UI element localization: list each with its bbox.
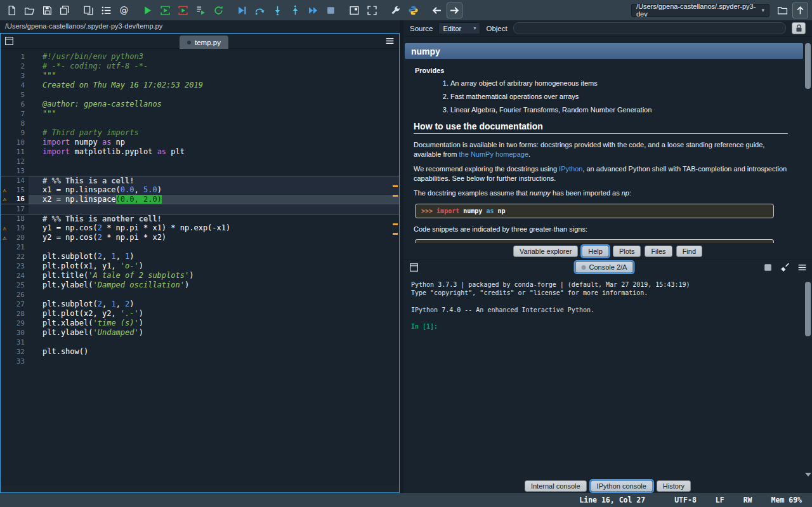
line-number: 19 (16, 224, 25, 232)
code-line-33[interactable]: 33 (1, 357, 399, 366)
interrupt-kernel-icon[interactable] (762, 262, 773, 273)
new-file-icon[interactable] (4, 3, 20, 18)
code-line-15[interactable]: ⚠15x1 = np.linspace(0.0, 5.0) (1, 185, 399, 195)
code-line-10[interactable]: 10import numpy as np (1, 138, 399, 147)
console-options-icon[interactable] (796, 262, 808, 273)
stop-debug-icon[interactable] (323, 3, 339, 18)
console-tab-ipython-console[interactable]: IPython console (591, 480, 653, 492)
tab-temp-py[interactable]: temp.py (180, 36, 228, 49)
step-into-icon[interactable] (270, 3, 285, 18)
code-line-19[interactable]: ⚠19y1 = np.cos(2 * np.pi * x1) * np.exp(… (1, 223, 399, 233)
line-number: 2 (20, 62, 25, 70)
browse-directory-icon[interactable] (775, 3, 790, 18)
code-line-17[interactable]: 17 (1, 204, 399, 214)
editor-horizontal-scrollbar[interactable] (1, 486, 399, 492)
continue-icon[interactable] (305, 3, 321, 18)
code-editor[interactable]: 1#!/usr/bin/env python32# -*- coding: ut… (1, 49, 399, 486)
line-gutter: 30 (1, 328, 29, 338)
maximize-pane-icon[interactable] (346, 3, 362, 18)
code-line-3[interactable]: 3""" (1, 71, 399, 81)
editor-options-icon[interactable] (384, 36, 396, 47)
python-path-icon[interactable] (405, 3, 421, 18)
code-line-16[interactable]: ⚠16x2 = np.linspace(0.0, 2.0) (1, 195, 399, 204)
lock-icon[interactable] (792, 22, 806, 34)
line-gutter: ⚠15 (1, 185, 29, 195)
code-line-9[interactable]: 9# Third party imports (1, 128, 399, 138)
rerun-icon[interactable] (211, 3, 226, 18)
code-line-7[interactable]: 7""" (1, 109, 399, 119)
pane-tab-files[interactable]: Files (645, 246, 672, 257)
console-tab-history[interactable]: History (657, 480, 691, 492)
working-directory-combo[interactable]: /Users/gpena-castellanos/.spyder-py3-dev… (631, 4, 769, 17)
code-line-11[interactable]: 11import matplotlib.pyplot as plt (1, 147, 399, 157)
code-line-21[interactable]: 21 (1, 242, 399, 252)
code-line-24[interactable]: 24plt.title('A tale of 2 subplots') (1, 271, 399, 280)
parent-directory-icon[interactable] (792, 3, 808, 18)
code-text: plt.subplot(2, 1, 2) (29, 300, 399, 309)
run-cell-advance-icon[interactable] (175, 3, 191, 18)
line-gutter: 22 (1, 252, 29, 261)
symbol-finder-icon[interactable]: @ (116, 3, 132, 18)
run-cell-icon[interactable] (157, 3, 173, 18)
code-line-32[interactable]: 32plt.show() (1, 347, 399, 357)
pane-tab-help[interactable]: Help (582, 246, 609, 257)
code-line-25[interactable]: 25plt.ylabel('Damped oscillation') (1, 280, 399, 290)
code-line-12[interactable]: 12 (1, 157, 399, 166)
object-input[interactable] (513, 22, 786, 34)
line-number: 25 (16, 281, 25, 289)
code-line-18[interactable]: 18# %% This is another cell! (1, 214, 399, 223)
forward-icon[interactable] (447, 3, 462, 18)
code-line-30[interactable]: 30plt.ylabel('Undamped') (1, 328, 399, 338)
code-line-14[interactable]: 14# %% This is a cell! (1, 176, 399, 185)
help-paragraph-4: Code snippets are indicated by three gre… (414, 225, 788, 234)
code-line-22[interactable]: 22plt.subplot(2, 1, 1) (1, 252, 399, 261)
browse-tabs-icon[interactable] (4, 36, 15, 47)
code-text: """ (29, 71, 399, 81)
source-combo[interactable]: Editor ▾ (438, 22, 480, 34)
console-scrollbar[interactable] (804, 280, 811, 470)
debug-file-icon[interactable] (234, 3, 250, 18)
run-selection-icon[interactable] (193, 3, 209, 18)
save-icon[interactable] (39, 3, 55, 18)
line-gutter: 21 (1, 242, 29, 252)
save-all-icon[interactable] (57, 3, 73, 18)
code-line-4[interactable]: 4Created on Thu May 16 17:02:53 2019 (1, 81, 399, 90)
pane-tab-variable-explorer[interactable]: Variable explorer (513, 246, 578, 257)
scroll-down-icon[interactable] (805, 473, 811, 477)
code-line-29[interactable]: 29plt.xlabel('time (s)') (1, 319, 399, 328)
preferences-icon[interactable] (388, 3, 403, 18)
code-line-5[interactable]: 5 (1, 90, 399, 100)
code-line-6[interactable]: 6@author: gpena-castellanos (1, 100, 399, 109)
numpy-homepage-link[interactable]: the NumPy homepage (459, 150, 528, 158)
run-file-icon[interactable] (140, 3, 155, 18)
outline-explorer-icon[interactable] (98, 3, 114, 18)
code-line-23[interactable]: 23plt.plot(x1, y1, 'o-') (1, 261, 399, 271)
fullscreen-icon[interactable] (364, 3, 380, 18)
ipython-link[interactable]: IPython (559, 165, 582, 173)
step-over-icon[interactable] (252, 3, 268, 18)
code-line-1[interactable]: 1#!/usr/bin/env python3 (1, 52, 399, 62)
code-line-31[interactable]: 31 (1, 338, 399, 347)
console-tab-internal-console[interactable]: Internal console (525, 480, 587, 492)
open-file-icon[interactable] (22, 3, 37, 18)
code-text (29, 338, 399, 347)
code-line-28[interactable]: 28plt.plot(x2, y2, '.-') (1, 309, 399, 319)
help-scrollbar[interactable] (804, 42, 811, 238)
code-line-8[interactable]: 8 (1, 119, 399, 128)
file-switcher-icon[interactable] (81, 3, 96, 18)
console-tab[interactable]: Console 2/A (575, 261, 634, 273)
scrollbar-thumb[interactable] (805, 282, 811, 336)
clear-console-icon[interactable] (779, 262, 790, 273)
code-line-27[interactable]: 27plt.subplot(2, 1, 2) (1, 300, 399, 309)
code-line-13[interactable]: 13 (1, 166, 399, 176)
code-line-26[interactable]: 26 (1, 290, 399, 300)
step-out-icon[interactable] (287, 3, 303, 18)
console-pane-icon[interactable] (408, 262, 419, 273)
code-line-20[interactable]: ⚠20y2 = np.cos(2 * np.pi * x2) (1, 233, 399, 242)
scrollbar-thumb[interactable] (805, 43, 811, 89)
pane-tab-find[interactable]: Find (676, 246, 702, 257)
back-icon[interactable] (429, 3, 445, 18)
pane-tab-plots[interactable]: Plots (613, 246, 641, 257)
code-line-2[interactable]: 2# -*- coding: utf-8 -*- (1, 62, 399, 71)
console-output[interactable]: Python 3.7.3 | packaged by conda-forge |… (403, 275, 812, 479)
